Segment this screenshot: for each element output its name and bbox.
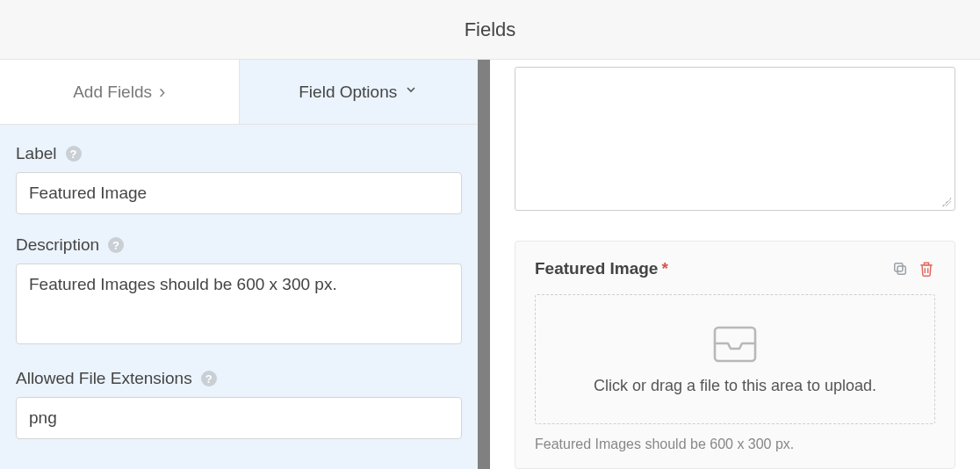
option-title: Allowed File Extensions: [16, 369, 192, 388]
group-label: Label ?: [16, 144, 462, 214]
tab-label: Field Options: [299, 83, 397, 102]
chevron-down-icon: [404, 83, 418, 97]
page-header: Fields: [0, 0, 980, 60]
option-title-row: Description ?: [16, 235, 462, 255]
field-title: Featured Image *: [535, 259, 668, 278]
description-textarea[interactable]: Featured Images should be 600 x 300 px.: [16, 263, 462, 344]
field-card-header: Featured Image *: [535, 259, 935, 278]
label-input[interactable]: [16, 172, 462, 214]
svg-rect-1: [895, 263, 903, 271]
trash-icon[interactable]: [918, 260, 935, 278]
text-area-field[interactable]: [515, 67, 955, 211]
extensions-input[interactable]: [16, 397, 462, 439]
preview-panel: Featured Image *: [490, 60, 980, 469]
option-title: Description: [16, 235, 99, 255]
option-title-row: Label ?: [16, 144, 462, 163]
field-hint: Featured Images should be 600 x 300 px.: [535, 437, 935, 452]
file-upload-field-card[interactable]: Featured Image *: [515, 241, 955, 469]
svg-rect-0: [897, 266, 905, 274]
option-title-row: Allowed File Extensions ?: [16, 369, 462, 388]
group-extensions: Allowed File Extensions ?: [16, 369, 462, 439]
tabs: Add Fields › Field Options: [0, 60, 478, 125]
help-icon[interactable]: ?: [108, 237, 124, 253]
tab-field-options[interactable]: Field Options: [240, 60, 479, 125]
dropzone-text: Click or drag a file to this area to upl…: [594, 377, 876, 395]
chevron-right-icon: ›: [159, 83, 165, 102]
left-panel: Add Fields › Field Options Label ?: [0, 60, 478, 469]
help-icon[interactable]: ?: [66, 146, 82, 162]
inbox-icon: [712, 324, 758, 363]
help-icon[interactable]: ?: [201, 371, 217, 386]
duplicate-icon[interactable]: [891, 260, 909, 278]
tab-add-fields[interactable]: Add Fields ›: [0, 60, 240, 125]
field-title-text: Featured Image: [535, 259, 658, 278]
field-options-panel: Label ? Description ? Featured Images sh…: [0, 125, 478, 469]
tab-label: Add Fields: [73, 83, 152, 102]
page-title: Fields: [465, 18, 516, 41]
field-actions: [891, 260, 935, 278]
panel-divider[interactable]: [478, 60, 490, 469]
group-description: Description ? Featured Images should be …: [16, 235, 462, 348]
body: Add Fields › Field Options Label ?: [0, 60, 980, 469]
upload-dropzone[interactable]: Click or drag a file to this area to upl…: [535, 294, 935, 424]
option-title: Label: [16, 144, 57, 163]
required-mark: *: [661, 259, 667, 278]
